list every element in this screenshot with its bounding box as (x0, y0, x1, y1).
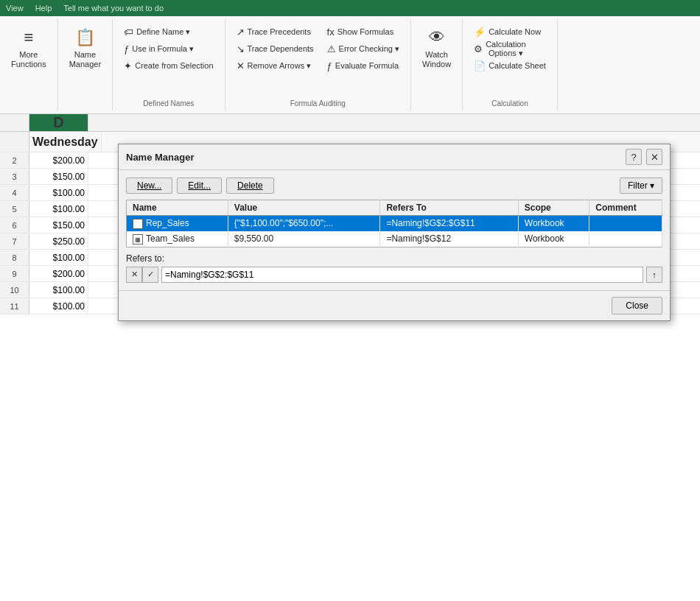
cell-value-7[interactable]: $250.00 (29, 233, 88, 249)
cell-value-4[interactable]: $100.00 (29, 185, 88, 200)
edit-button[interactable]: Edit... (177, 178, 222, 194)
table-row[interactable]: ▦Rep_Sales {"$1,100.00";"$650.00";... =N… (127, 216, 662, 231)
ribbon-group-calculation: ⚡ Calculate Now ⚙ Calculation Options ▾ … (463, 19, 558, 110)
cell-value-8[interactable]: $100.00 (29, 250, 88, 265)
ribbon-group-formula-auditing: ↗ Trace Precedents ↘ Trace Dependents ✕ … (225, 19, 412, 110)
create-from-selection-icon: ✦ (124, 60, 132, 71)
close-dialog-button[interactable]: Close (612, 297, 662, 314)
dialog-help-button[interactable]: ? (626, 149, 642, 165)
cell-value-10[interactable]: $100.00 (29, 282, 88, 298)
refers-to-label: Refers to: (126, 253, 662, 264)
cell-comment-team_sales (589, 231, 662, 247)
filter-button[interactable]: Filter ▾ (620, 178, 662, 194)
spreadsheet-area: D Wednesday 2 $200.00 3 $150.00 4 $100.0… (0, 114, 700, 601)
name-manager-button[interactable]: 📋 Name Manager (64, 22, 106, 75)
ribbon: View Help Tell me what you want to do ≡ … (0, 0, 700, 114)
use-in-formula-icon: ƒ (124, 43, 129, 55)
names-table: Name Value Refers To Scope Comment ▦Rep_… (126, 200, 662, 247)
refers-to-cancel-button[interactable]: ✕ (126, 267, 142, 283)
evaluate-formula-button[interactable]: ƒ Evaluate Formula (322, 57, 405, 74)
row-num-7: 7 (0, 233, 29, 249)
view-tab[interactable]: View (6, 4, 24, 13)
col-header-refers-to: Refers To (380, 200, 518, 216)
remove-arrows-button[interactable]: ✕ Remove Arrows ▾ (231, 57, 319, 74)
help-tab[interactable]: Help (35, 4, 52, 13)
row-header-1 (0, 132, 29, 152)
calculate-now-icon: ⚡ (474, 27, 486, 38)
watch-window-button[interactable]: 👁 Watch Window (417, 22, 456, 75)
row-num-2: 2 (0, 152, 29, 168)
watch-window-icon: 👁 (429, 28, 445, 47)
more-functions-label: More Functions (11, 50, 46, 69)
delete-button[interactable]: Delete (226, 178, 274, 194)
more-functions-icon: ≡ (24, 28, 33, 47)
trace-precedents-button[interactable]: ↗ Trace Precedents (231, 24, 319, 40)
trace-precedents-icon: ↗ (237, 27, 245, 38)
name-manager-label: Name Manager (69, 50, 101, 69)
col-header-name: Name (127, 200, 228, 216)
cell-value-9[interactable]: $200.00 (29, 266, 88, 281)
cell-name-rep_sales: ▦Rep_Sales (127, 216, 228, 231)
cell-value-11[interactable]: $100.00 (29, 298, 88, 314)
error-checking-icon: ⚠ (327, 43, 336, 55)
refers-to-input-row: ✕ ✓ ↑ (126, 267, 662, 283)
refers-to-confirm-button[interactable]: ✓ (142, 267, 158, 283)
ribbon-group-watch-window: 👁 Watch Window (411, 19, 463, 110)
define-name-button[interactable]: 🏷 Define Name ▾ (119, 24, 218, 40)
col-header-value: Value (228, 200, 380, 216)
table-row[interactable]: ▦Team_Sales $9,550.00 =Naming!$G$12 Work… (127, 231, 662, 247)
wednesday-cell: Wednesday (29, 132, 102, 152)
error-checking-button[interactable]: ⚠ Error Checking ▾ (322, 41, 405, 57)
col-header-d: D (29, 114, 88, 131)
ribbon-group-defined-names: 🏷 Define Name ▾ ƒ Use in Formula ▾ ✦ Cre… (113, 19, 225, 110)
row-num-9: 9 (0, 266, 29, 281)
calculate-now-button[interactable]: ⚡ Calculate Now (469, 24, 551, 40)
watch-window-label: Watch Window (422, 50, 451, 69)
tell-me-bar[interactable]: Tell me what you want to do (63, 4, 164, 13)
row-num-11: 11 (0, 298, 29, 314)
dialog-close-x-button[interactable]: ✕ (646, 149, 662, 165)
cell-value-2[interactable]: $200.00 (29, 152, 88, 168)
define-name-icon: 🏷 (124, 27, 133, 38)
col-header-comment: Comment (589, 200, 662, 216)
row-num-4: 4 (0, 185, 29, 200)
row-num-10: 10 (0, 282, 29, 298)
ribbon-content: ≡ More Functions 📋 Name Manager 🏷 Def (0, 16, 700, 114)
refers-to-section: Refers to: ✕ ✓ ↑ (126, 253, 662, 283)
show-formulas-icon: fx (327, 27, 335, 38)
dialog-title: Name Manager (126, 152, 194, 163)
row-num-5: 5 (0, 201, 29, 217)
refers-to-controls: ✕ ✓ (126, 267, 158, 283)
row-num-3: 3 (0, 169, 29, 184)
refers-to-expand-button[interactable]: ↑ (646, 267, 662, 283)
cell-value-6[interactable]: $150.00 (29, 217, 88, 233)
names-table-head: Name Value Refers To Scope Comment (127, 200, 662, 216)
cell-icon-rep_sales: ▦ (133, 219, 143, 229)
calculation-label: Calculation (491, 96, 528, 108)
dialog-titlebar: Name Manager ? ✕ (119, 144, 670, 170)
name-manager-icon: 📋 (75, 28, 95, 47)
create-from-selection-button[interactable]: ✦ Create from Selection (119, 57, 218, 74)
refers-to-input[interactable] (161, 267, 643, 283)
cell-value-5[interactable]: $100.00 (29, 201, 88, 217)
cell-icon-team_sales: ▦ (133, 234, 143, 245)
dialog-body: New... Edit... Delete Filter ▾ Name Valu… (119, 170, 670, 290)
cell-comment-rep_sales (589, 216, 662, 231)
ribbon-top-bar: View Help Tell me what you want to do (0, 0, 700, 16)
calculate-sheet-button[interactable]: 📄 Calculate Sheet (469, 57, 551, 74)
more-functions-button[interactable]: ≡ More Functions (6, 22, 52, 75)
new-button[interactable]: New... (126, 178, 172, 194)
cell-value-3[interactable]: $150.00 (29, 169, 88, 184)
trace-dependents-icon: ↘ (237, 43, 245, 55)
cell-value-team_sales: $9,550.00 (228, 231, 380, 247)
trace-dependents-button[interactable]: ↘ Trace Dependents (231, 41, 319, 57)
cell-refers-to-rep_sales: =Naming!$G$2:$G$11 (380, 216, 518, 231)
use-in-formula-button[interactable]: ƒ Use in Formula ▾ (119, 41, 218, 57)
names-table-header-row: Name Value Refers To Scope Comment (127, 200, 662, 216)
col-header-scope: Scope (518, 200, 589, 216)
show-formulas-button[interactable]: fx Show Formulas (322, 24, 405, 40)
row-num-8: 8 (0, 250, 29, 265)
ribbon-group-more-functions: ≡ More Functions (0, 19, 58, 110)
row-num-6: 6 (0, 217, 29, 233)
calculation-options-button[interactable]: ⚙ Calculation Options ▾ (469, 41, 551, 57)
